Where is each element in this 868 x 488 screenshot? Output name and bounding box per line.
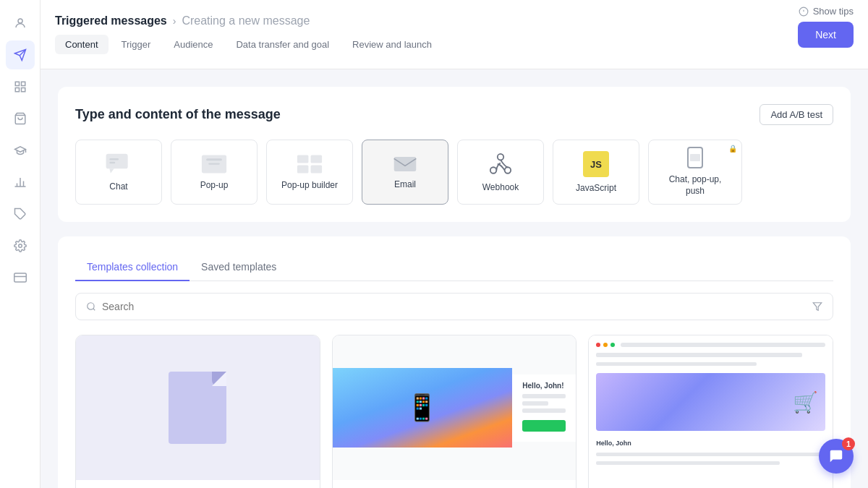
- sidebar-item-card[interactable]: [6, 263, 35, 292]
- scratch-preview: [76, 335, 320, 480]
- svg-rect-18: [106, 154, 128, 169]
- subscription-cta-wrap: [522, 417, 566, 435]
- next-button[interactable]: Next: [798, 22, 854, 48]
- chat-widget-badge: 1: [842, 437, 855, 450]
- discount-card-info: Email Email with a discount: [589, 480, 833, 488]
- svg-rect-23: [206, 158, 222, 160]
- topbar-left: Triggered messages › Creating a new mess…: [55, 14, 442, 54]
- svg-marker-35: [813, 303, 822, 311]
- type-card-email[interactable]: Email: [362, 140, 448, 205]
- search-bar: [75, 293, 833, 320]
- sidebar-item-shop[interactable]: [6, 104, 35, 133]
- svg-rect-20: [109, 162, 115, 163]
- type-card-chat-popup-push-label: Chat, pop-up,push: [669, 174, 722, 197]
- email-line-1: [522, 394, 566, 398]
- sidebar-item-user[interactable]: [6, 9, 35, 38]
- browser-bar: [596, 343, 825, 347]
- search-input[interactable]: [102, 301, 807, 312]
- templates-section: Templates collection Saved templates: [58, 236, 851, 488]
- type-card-javascript[interactable]: JS JavaScript: [553, 140, 639, 205]
- phone-screen: [690, 154, 700, 161]
- tab-saved-templates[interactable]: Saved templates: [190, 254, 288, 281]
- template-grid: Create a triggered message from scratch …: [75, 335, 833, 488]
- svg-rect-25: [297, 155, 309, 163]
- message-type-cards: Chat Pop-up: [75, 140, 833, 205]
- discount-preview: 🛒 Hello, John: [589, 335, 833, 480]
- svg-rect-26: [311, 155, 323, 163]
- message-type-section: Type and content of the message Add A/B …: [58, 87, 851, 222]
- discount-line-1: [596, 453, 825, 456]
- nav-tabs: Content Trigger Audience Data transfer a…: [55, 35, 442, 54]
- template-card-discount[interactable]: 🛒 Hello, John Email Email w: [588, 335, 833, 488]
- svg-point-32: [498, 154, 504, 160]
- template-card-subscription[interactable]: 📱 Hello, John!: [332, 335, 577, 488]
- subscription-body: Hello, John!: [512, 374, 576, 442]
- content-area: Type and content of the message Add A/B …: [41, 69, 868, 488]
- sidebar-item-send[interactable]: [6, 40, 35, 69]
- svg-rect-13: [14, 273, 26, 282]
- breadcrumb-current: Creating a new message: [182, 14, 310, 27]
- browser-address-bar: [621, 343, 825, 347]
- svg-point-12: [18, 244, 22, 248]
- type-card-chat[interactable]: Chat: [75, 140, 162, 205]
- svg-rect-29: [394, 157, 417, 171]
- subscription-greeting: Hello, John!: [522, 382, 566, 390]
- svg-point-0: [18, 19, 22, 23]
- type-card-webhook[interactable]: Webhook: [457, 140, 544, 205]
- add-ab-button[interactable]: Add A/B test: [760, 104, 833, 125]
- section-header: Type and content of the message Add A/B …: [75, 104, 833, 125]
- tab-trigger[interactable]: Trigger: [111, 35, 161, 54]
- sidebar-item-puzzle[interactable]: [6, 200, 35, 228]
- type-card-popup-builder[interactable]: Pop-up builder: [266, 140, 353, 205]
- sidebar-item-grad[interactable]: [6, 136, 35, 165]
- show-tips-label: Show tips: [813, 6, 854, 17]
- tab-content[interactable]: Content: [55, 35, 109, 54]
- svg-rect-3: [21, 82, 25, 85]
- subscription-illustration: 📱: [333, 368, 513, 448]
- type-card-email-label: Email: [394, 179, 416, 189]
- svg-line-34: [93, 309, 95, 311]
- sidebar-item-chart[interactable]: [6, 168, 35, 197]
- tab-review[interactable]: Review and launch: [342, 35, 442, 54]
- type-card-popup-builder-label: Pop-up builder: [281, 180, 338, 190]
- chat-widget[interactable]: 1: [819, 439, 854, 474]
- type-card-chat-popup-push[interactable]: 🔒 Chat, pop-up,push: [648, 140, 742, 205]
- subscription-card-info: Email Subscription email: [333, 480, 576, 488]
- main-content: Triggered messages › Creating a new mess…: [41, 0, 868, 488]
- type-card-chat-label: Chat: [109, 181, 127, 192]
- svg-point-30: [490, 167, 497, 174]
- scratch-card-info: Create a triggered message from scratch: [76, 480, 320, 488]
- topbar: Triggered messages › Creating a new mess…: [41, 0, 868, 69]
- svg-point-31: [505, 167, 511, 174]
- discount-greeting: Hello, John: [596, 440, 631, 447]
- svg-rect-28: [311, 166, 323, 174]
- discount-subheader-line: [596, 362, 757, 366]
- svg-rect-27: [297, 166, 309, 174]
- type-card-webhook-label: Webhook: [482, 182, 519, 192]
- discount-line-2: [596, 461, 779, 465]
- discount-header-line: [596, 353, 802, 357]
- section-title: Type and content of the message: [75, 107, 281, 122]
- sidebar-item-gear[interactable]: [6, 231, 35, 260]
- sidebar-item-grid[interactable]: [6, 72, 35, 101]
- svg-rect-24: [208, 163, 220, 164]
- browser-dot-yellow: [603, 343, 608, 347]
- tab-templates-collection[interactable]: Templates collection: [75, 254, 190, 281]
- breadcrumb-parent[interactable]: Triggered messages: [55, 14, 167, 27]
- tab-audience[interactable]: Audience: [163, 35, 223, 54]
- template-card-scratch[interactable]: Create a triggered message from scratch: [75, 335, 320, 488]
- browser-dot-red: [596, 343, 600, 347]
- filter-icon[interactable]: [812, 301, 822, 312]
- chat-popup-push-icon: [687, 147, 703, 168]
- chat-widget-icon: [828, 448, 844, 464]
- breadcrumb: Triggered messages › Creating a new mess…: [55, 14, 442, 27]
- js-icon: JS: [583, 151, 609, 177]
- type-card-javascript-label: JavaScript: [576, 183, 616, 193]
- show-tips[interactable]: Show tips: [799, 6, 854, 17]
- svg-rect-2: [15, 82, 19, 85]
- tab-data-transfer[interactable]: Data transfer and goal: [226, 35, 339, 54]
- type-card-popup[interactable]: Pop-up: [171, 140, 258, 205]
- svg-rect-5: [21, 88, 25, 92]
- subscription-preview: 📱 Hello, John!: [333, 335, 576, 480]
- template-tabs: Templates collection Saved templates: [75, 254, 833, 281]
